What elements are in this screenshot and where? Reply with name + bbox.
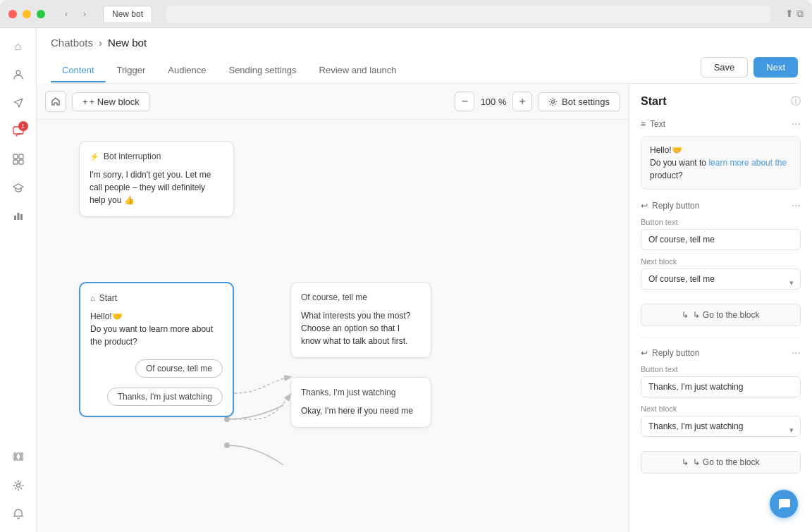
canvas-area: + + New block − 100 % + Bot settings bbox=[37, 84, 629, 532]
sidebar-icon-users[interactable] bbox=[6, 62, 31, 87]
svg-rect-2 bbox=[13, 154, 18, 159]
right-panel: Start ⓘ ≡ Text ··· Hello!🤝 Do you want t… bbox=[629, 84, 812, 532]
text-section-title: Text bbox=[650, 119, 665, 129]
next-block-select-1[interactable]: Of course, tell me bbox=[641, 268, 801, 290]
chat-badge: 1 bbox=[18, 121, 28, 131]
goto-block-button-1[interactable]: ↳ ↳ Go to the block bbox=[641, 304, 801, 326]
btn-text-input-1[interactable] bbox=[641, 229, 801, 250]
svg-rect-6 bbox=[14, 216, 16, 220]
goto-icon-2: ↳ bbox=[682, 457, 689, 467]
svg-rect-7 bbox=[17, 213, 19, 220]
goto-block-button-2[interactable]: ↳ ↳ Go to the block bbox=[641, 451, 801, 474]
reply-1-label: ↩ Reply button ··· bbox=[641, 199, 801, 212]
panel-header: Start ⓘ bbox=[641, 95, 801, 108]
sidebar-icon-chart[interactable] bbox=[6, 203, 31, 228]
maximize-button[interactable] bbox=[37, 10, 45, 18]
info-icon[interactable]: ⓘ bbox=[791, 95, 801, 108]
tab-audience[interactable]: Audience bbox=[156, 59, 217, 82]
reply-2-label: ↩ Reply button ··· bbox=[641, 347, 801, 359]
sidebar-icon-chat[interactable]: 1 bbox=[6, 118, 31, 144]
next-block-select-2[interactable]: Thanks, I'm just watching bbox=[641, 416, 801, 437]
browser-tab[interactable]: New bot bbox=[103, 6, 152, 22]
node-start-btn1[interactable]: Of course, tell me bbox=[135, 359, 223, 378]
chat-bubble-button[interactable] bbox=[770, 490, 798, 518]
bot-settings-label: Bot settings bbox=[562, 97, 610, 107]
tab-sending-settings[interactable]: Sending settings bbox=[217, 59, 307, 82]
new-block-button[interactable]: + + New block bbox=[72, 92, 150, 111]
reply-1-title: Reply button bbox=[652, 201, 699, 211]
next-block-select-wrapper-2: Thanks, I'm just watching bbox=[641, 416, 801, 444]
node-start-btn2[interactable]: Thanks, I'm just watching bbox=[107, 388, 223, 406]
goto-label-2: ↳ Go to the block bbox=[693, 457, 759, 467]
goto-icon-1: ↳ bbox=[682, 310, 689, 320]
tabs: Content Trigger Audience Sending setting… bbox=[51, 57, 798, 84]
sidebar-icon-settings[interactable] bbox=[6, 473, 31, 498]
btn-text-input-2[interactable] bbox=[641, 376, 801, 397]
btn-text-label-2: Button text bbox=[641, 365, 801, 373]
bot-interruption-node: ⚡ Bot interruption I'm sorry, I didn't g… bbox=[79, 141, 234, 217]
reply-1-icon: ↩ bbox=[641, 201, 648, 211]
text-section-label: ≡ Text ··· bbox=[641, 118, 801, 130]
window-actions: ⬆ ⧉ bbox=[785, 8, 804, 20]
reply-button-2-section: ↩ Reply button ··· Button text Next bloc… bbox=[641, 347, 801, 474]
address-bar[interactable] bbox=[166, 6, 771, 23]
breadcrumb-current: New bot bbox=[108, 37, 147, 49]
window-chrome: ‹ › New bot ⬆ ⧉ bbox=[0, 0, 812, 28]
back-arrow-icon[interactable]: ‹ bbox=[59, 7, 73, 21]
tell-me-node: Of course, tell me What interests you th… bbox=[290, 282, 431, 358]
forward-arrow-icon[interactable]: › bbox=[78, 7, 92, 21]
svg-point-10 bbox=[552, 100, 555, 103]
zoom-out-button[interactable]: − bbox=[455, 92, 474, 111]
close-button[interactable] bbox=[8, 10, 17, 18]
interruption-icon: ⚡ bbox=[90, 152, 99, 161]
node-watching-header: Thanks, I'm just watching bbox=[301, 388, 421, 397]
tab-trigger[interactable]: Trigger bbox=[106, 59, 157, 82]
message-box: Hello!🤝 Do you want to learn more about … bbox=[641, 136, 801, 190]
canvas-home-button[interactable] bbox=[45, 91, 66, 112]
node-watching-text: Okay, I'm here if you need me bbox=[301, 404, 421, 417]
text-section-more[interactable]: ··· bbox=[792, 118, 801, 130]
message-link[interactable]: learn more about the bbox=[708, 158, 787, 168]
sidebar-icon-puzzle[interactable] bbox=[6, 445, 31, 470]
text-section-icon: ≡ bbox=[641, 119, 646, 129]
node-interruption-text: I'm sorry, I didn't get you. Let me call… bbox=[90, 168, 223, 206]
divider bbox=[641, 338, 801, 338]
zoom-in-button[interactable]: + bbox=[512, 92, 532, 111]
reply-2-more[interactable]: ··· bbox=[792, 347, 801, 359]
start-node: ⌂ Start Hello!🤝Do you want to learn more… bbox=[79, 282, 234, 417]
svg-rect-5 bbox=[19, 160, 23, 164]
next-block-select-wrapper-1: Of course, tell me bbox=[641, 268, 801, 297]
zoom-controls: − 100 % + bbox=[455, 92, 532, 111]
svg-rect-4 bbox=[13, 160, 18, 164]
next-button[interactable]: Next bbox=[753, 57, 798, 78]
breadcrumb-separator: › bbox=[99, 37, 102, 49]
svg-point-12 bbox=[224, 443, 230, 448]
next-block-label-2: Next block bbox=[641, 404, 801, 413]
bot-settings-button[interactable]: Bot settings bbox=[538, 92, 620, 111]
reply-1-more[interactable]: ··· bbox=[792, 199, 801, 212]
sidebar-icon-graduation[interactable] bbox=[6, 175, 31, 200]
header: Chatbots › New bot Content Trigger Audie… bbox=[37, 28, 812, 84]
svg-point-9 bbox=[16, 484, 20, 488]
breadcrumb-parent[interactable]: Chatbots bbox=[51, 37, 93, 49]
reply-button-1-section: ↩ Reply button ··· Button text Next bloc… bbox=[641, 199, 801, 326]
new-block-label: + New block bbox=[90, 97, 140, 107]
save-button[interactable]: Save bbox=[701, 57, 749, 78]
node-start-header: ⌂ Start bbox=[90, 293, 223, 303]
tab-content[interactable]: Content bbox=[51, 59, 106, 82]
minimize-button[interactable] bbox=[23, 10, 31, 18]
tab-review-launch[interactable]: Review and launch bbox=[308, 59, 408, 82]
node-start-text: Hello!🤝Do you want to learn more about t… bbox=[90, 310, 223, 348]
node-interruption-header: ⚡ Bot interruption bbox=[90, 151, 223, 161]
zoom-label: 100 % bbox=[479, 97, 508, 107]
sidebar-icon-notification[interactable] bbox=[6, 501, 31, 526]
node-interruption-title: Bot interruption bbox=[104, 151, 161, 161]
canvas-nodes: ⚡ Bot interruption I'm sorry, I didn't g… bbox=[37, 120, 629, 531]
sidebar-icon-grid[interactable] bbox=[6, 147, 31, 172]
panel-title: Start bbox=[641, 95, 666, 108]
node-tellme-header: Of course, tell me bbox=[301, 292, 421, 302]
node-start-title: Start bbox=[99, 293, 117, 303]
sidebar-icon-home[interactable]: ⌂ bbox=[6, 34, 31, 59]
sidebar-icon-send[interactable] bbox=[6, 90, 31, 116]
next-block-label-1: Next block bbox=[641, 257, 801, 266]
